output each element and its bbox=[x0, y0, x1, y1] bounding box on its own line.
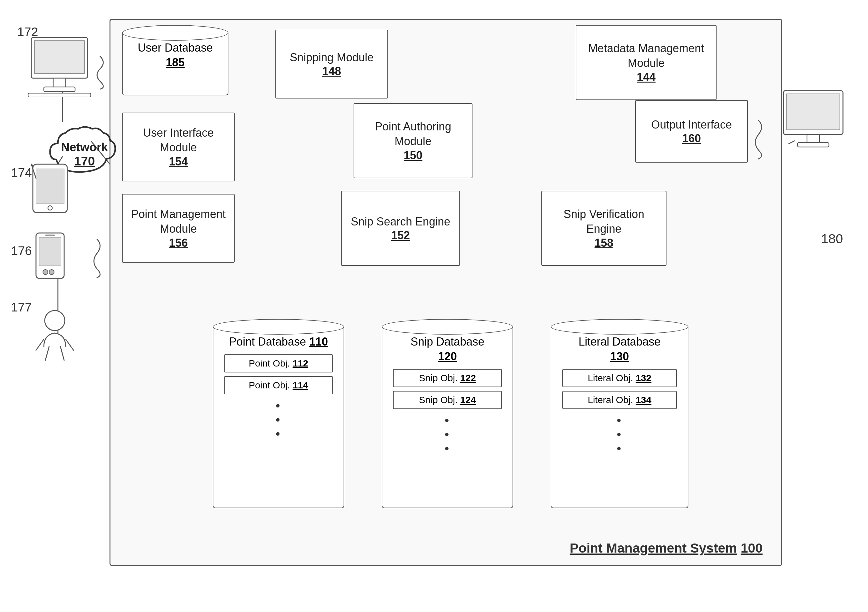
user-db-top bbox=[122, 25, 228, 41]
svg-rect-44 bbox=[807, 134, 820, 143]
point-db-body: Point Database 110 Point Obj. 112 Point … bbox=[213, 327, 344, 508]
snip-db-label: Snip Database120 bbox=[411, 335, 484, 364]
literal-db-top bbox=[551, 319, 688, 335]
person-label: 177 bbox=[11, 300, 32, 314]
svg-rect-36 bbox=[45, 235, 55, 236]
svg-rect-25 bbox=[44, 87, 75, 92]
literal-obj-2: Literal Obj. 134 bbox=[562, 391, 676, 409]
phone-icon bbox=[34, 232, 66, 280]
svg-line-38 bbox=[36, 339, 44, 350]
metadata-mgmt-module: Metadata Management Module 144 bbox=[576, 25, 716, 100]
right-computer-label: 180 bbox=[821, 232, 843, 246]
literal-db-body: Literal Database130 Literal Obj. 132 Lit… bbox=[551, 327, 688, 508]
user-db-body: User Database 185 bbox=[122, 33, 228, 95]
snipping-module: Snipping Module 148 bbox=[275, 30, 388, 99]
point-database: Point Database 110 Point Obj. 112 Point … bbox=[213, 319, 344, 508]
tablet-icon bbox=[31, 162, 69, 214]
snip-db-dots: ••• bbox=[445, 413, 450, 456]
literal-database: Literal Database130 Literal Obj. 132 Lit… bbox=[551, 319, 688, 508]
point-authoring-module: Point Authoring Module 150 bbox=[353, 103, 473, 178]
phone-label: 176 bbox=[11, 244, 32, 258]
user-db-label: User Database 185 bbox=[138, 41, 213, 70]
point-obj-2: Point Obj. 114 bbox=[224, 376, 333, 394]
svg-line-40 bbox=[45, 346, 49, 360]
wavy-line-right bbox=[743, 119, 774, 159]
tablet-label: 174 bbox=[11, 166, 32, 180]
svg-rect-43 bbox=[787, 94, 840, 130]
right-computer-icon bbox=[777, 88, 849, 150]
svg-rect-24 bbox=[53, 78, 66, 88]
literal-db-dots: ••• bbox=[617, 413, 622, 456]
snip-obj-2: Snip Obj. 124 bbox=[393, 391, 502, 409]
output-interface-module: Output Interface 160 bbox=[635, 100, 748, 162]
point-management-module: Point Management Module 156 bbox=[122, 194, 235, 263]
svg-line-39 bbox=[66, 339, 74, 350]
svg-line-41 bbox=[60, 346, 64, 360]
svg-rect-23 bbox=[34, 41, 84, 74]
snip-verification-engine: Snip Verification Engine 158 bbox=[541, 191, 666, 266]
point-db-top bbox=[213, 319, 344, 335]
svg-rect-26 bbox=[28, 93, 91, 97]
svg-point-34 bbox=[43, 270, 48, 275]
svg-point-37 bbox=[45, 311, 65, 331]
svg-rect-33 bbox=[39, 238, 61, 266]
svg-point-35 bbox=[49, 270, 54, 275]
svg-rect-45 bbox=[798, 142, 829, 147]
point-db-label: Point Database 110 bbox=[229, 335, 328, 349]
system-label: Point Management System 100 bbox=[570, 541, 763, 556]
snip-db-top bbox=[382, 319, 513, 335]
person-icon bbox=[30, 306, 80, 363]
wavy-line-left-bottom bbox=[81, 238, 113, 278]
user-database: User Database 185 bbox=[122, 25, 228, 95]
snip-database: Snip Database120 Snip Obj. 122 Snip Obj.… bbox=[382, 319, 513, 508]
diagram: Point Management System 100 User Databas… bbox=[0, 0, 868, 612]
snip-db-body: Snip Database120 Snip Obj. 122 Snip Obj.… bbox=[382, 327, 513, 508]
wavy-line-left-top bbox=[81, 53, 119, 91]
user-interface-module: User Interface Module 154 bbox=[122, 113, 235, 181]
point-obj-1: Point Obj. 112 bbox=[224, 354, 333, 372]
literal-db-label: Literal Database130 bbox=[578, 335, 660, 364]
snip-search-engine: Snip Search Engine 152 bbox=[341, 191, 460, 266]
svg-rect-28 bbox=[36, 169, 64, 203]
point-db-dots: ••• bbox=[276, 399, 281, 441]
snip-obj-1: Snip Obj. 122 bbox=[393, 369, 502, 387]
literal-obj-1: Literal Obj. 132 bbox=[562, 369, 676, 387]
